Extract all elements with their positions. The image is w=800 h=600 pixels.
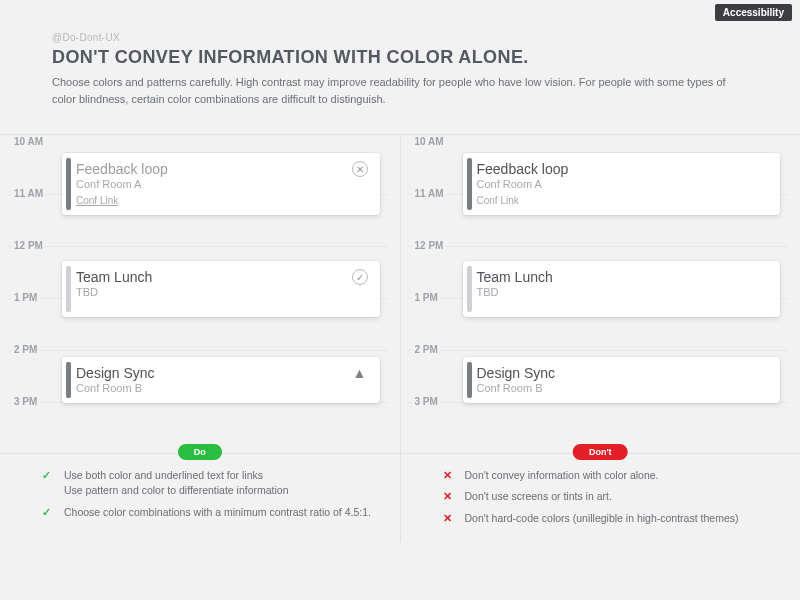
event-design-sync[interactable]: Design Sync Conf Room B ▲	[62, 357, 380, 403]
cancel-icon: ✕	[352, 161, 368, 177]
category-badge: Accessibility	[715, 4, 792, 21]
event-link[interactable]: Conf Link	[76, 195, 118, 206]
event-link[interactable]: Conf Link	[477, 195, 519, 206]
time-label: 12 PM	[413, 240, 446, 251]
time-label: 12 PM	[12, 240, 45, 251]
header: @Do-Dont-UX DON'T CONVEY INFORMATION WIT…	[0, 0, 800, 120]
do-panel: 10 AM 11 AM 12 PM 1 PM 2 PM 3 PM Feedbac…	[0, 135, 400, 542]
dont-timeline: 10 AM 11 AM 12 PM 1 PM 2 PM 3 PM Feedbac…	[407, 143, 789, 453]
event-subtitle: Conf Room A	[477, 178, 769, 190]
time-label: 11 AM	[413, 188, 446, 199]
event-color-bar	[467, 362, 472, 398]
author-handle: @Do-Dont-UX	[52, 32, 748, 43]
event-team-lunch[interactable]: Team Lunch TBD ✓	[62, 261, 380, 317]
do-timeline: 10 AM 11 AM 12 PM 1 PM 2 PM 3 PM Feedbac…	[6, 143, 388, 453]
event-subtitle: Conf Room B	[76, 382, 352, 394]
tip-item: Don't convey information with color alon…	[461, 468, 779, 483]
event-subtitle: TBD	[477, 286, 769, 298]
event-color-bar	[66, 266, 71, 312]
event-title: Team Lunch	[76, 269, 352, 285]
event-color-bar	[467, 158, 472, 210]
page-title: DON'T CONVEY INFORMATION WITH COLOR ALON…	[52, 47, 748, 68]
check-icon: ✓	[352, 269, 368, 285]
time-label: 3 PM	[12, 396, 39, 407]
tip-item: Don't hard-code colors (unillegible in h…	[461, 511, 779, 526]
event-title: Team Lunch	[477, 269, 769, 285]
time-label: 11 AM	[12, 188, 45, 199]
tip-item: Choose color combinations with a minimum…	[60, 505, 378, 520]
event-feedback-loop[interactable]: Feedback loop Conf Room A Conf Link	[463, 153, 781, 215]
event-title: Feedback loop	[76, 161, 352, 177]
tip-item: Don't use screens or tints in art.	[461, 489, 779, 504]
event-title: Design Sync	[76, 365, 352, 381]
event-design-sync[interactable]: Design Sync Conf Room B	[463, 357, 781, 403]
event-title: Feedback loop	[477, 161, 769, 177]
event-subtitle: Conf Room B	[477, 382, 769, 394]
time-label: 1 PM	[413, 292, 440, 303]
do-tips: Use both color and underlined text for l…	[0, 453, 400, 536]
event-color-bar	[66, 362, 71, 398]
dont-tips: Don't convey information with color alon…	[401, 453, 801, 542]
time-label: 10 AM	[413, 136, 446, 147]
time-label: 1 PM	[12, 292, 39, 303]
event-color-bar	[66, 158, 71, 210]
dont-pill: Don't	[573, 444, 628, 460]
time-label: 2 PM	[12, 344, 39, 355]
time-label: 3 PM	[413, 396, 440, 407]
time-label: 10 AM	[12, 136, 45, 147]
event-color-bar	[467, 266, 472, 312]
page-description: Choose colors and patterns carefully. Hi…	[52, 74, 732, 108]
warning-icon: ▲	[352, 365, 368, 381]
time-label: 2 PM	[413, 344, 440, 355]
do-pill: Do	[178, 444, 222, 460]
event-subtitle: Conf Room A	[76, 178, 352, 190]
dont-panel: 10 AM 11 AM 12 PM 1 PM 2 PM 3 PM Feedbac…	[400, 135, 801, 542]
event-subtitle: TBD	[76, 286, 352, 298]
tip-item: Use both color and underlined text for l…	[60, 468, 378, 498]
event-team-lunch[interactable]: Team Lunch TBD	[463, 261, 781, 317]
event-feedback-loop[interactable]: Feedback loop Conf Room A Conf Link ✕	[62, 153, 380, 215]
event-title: Design Sync	[477, 365, 769, 381]
comparison-panels: 10 AM 11 AM 12 PM 1 PM 2 PM 3 PM Feedbac…	[0, 134, 800, 542]
